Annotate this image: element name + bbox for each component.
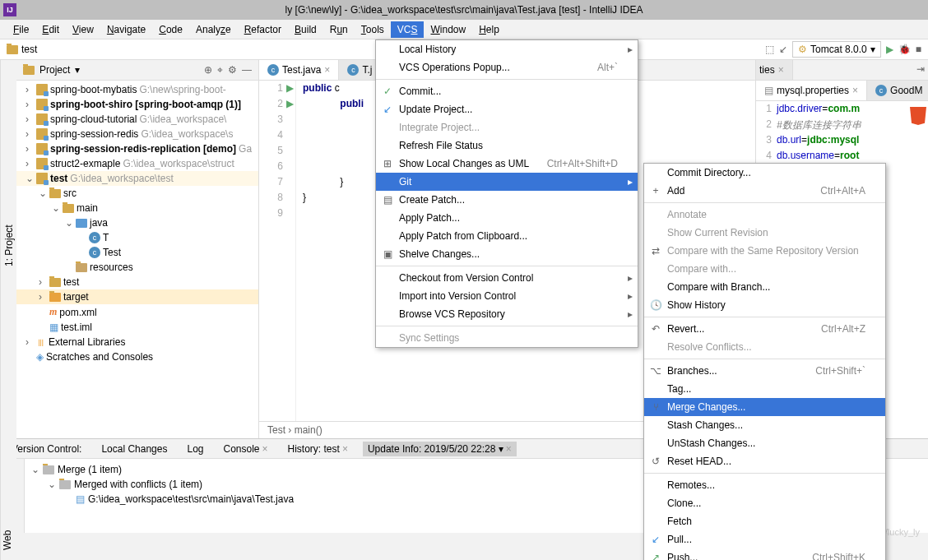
tree-item[interactable]: ▦test.iml [16, 320, 258, 335]
tree-arrow-icon[interactable]: ⌄ [26, 173, 34, 184]
tree-arrow-icon[interactable]: › [26, 158, 34, 169]
menu-item[interactable]: 🕓Show History [644, 296, 885, 314]
tree-item[interactable]: ⌄src [16, 186, 258, 201]
run-button[interactable]: ▶ [886, 44, 893, 55]
tree-arrow-icon[interactable]: › [26, 84, 34, 95]
menu-item[interactable]: Apply Patch from Clipboard... [376, 227, 638, 245]
tree-item[interactable]: ⌄test G:\idea_workspace\test [16, 171, 258, 186]
gear-icon[interactable]: ⚙ [228, 64, 237, 76]
run-gutter-icon[interactable]: ▶ [286, 82, 294, 94]
tree-item[interactable]: ›spring-boot-mybatis G:\new\spring-boot- [16, 82, 258, 97]
close-icon[interactable]: × [342, 443, 348, 455]
tree-item[interactable]: ›test [16, 275, 258, 289]
menu-item[interactable]: ⑂Merge Changes... [644, 398, 885, 416]
menu-run[interactable]: Run [323, 21, 355, 38]
menu-edit[interactable]: Edit [35, 21, 66, 38]
tree-arrow-icon[interactable]: › [26, 143, 34, 155]
tree-arrow-icon[interactable]: › [39, 276, 47, 288]
menu-code[interactable]: Code [152, 21, 189, 38]
editor-tab[interactable]: cGoodM [867, 81, 928, 100]
menu-item[interactable]: ↗Push...Ctrl+Shift+K [644, 548, 885, 560]
tree-arrow-icon[interactable]: › [39, 291, 47, 303]
nav-breadcrumb[interactable]: test [21, 44, 37, 55]
tree-item[interactable]: ›struct2-exmaple G:\idea_workspace\struc… [16, 156, 258, 171]
tree-arrow-icon[interactable]: › [26, 99, 34, 110]
tree-item[interactable]: resources [16, 260, 258, 275]
menu-vcs[interactable]: VCS [391, 21, 425, 38]
tabs-more-icon[interactable]: ⇥ [913, 60, 928, 80]
tree-arrow-icon[interactable]: › [26, 128, 34, 140]
bottom-tab[interactable]: Local Changes [96, 442, 172, 456]
tree-arrow-icon[interactable]: › [26, 113, 34, 125]
close-icon[interactable]: × [324, 64, 330, 76]
nav-back-icon[interactable]: ⬚ [765, 44, 774, 55]
menu-refactor[interactable]: Refactor [238, 21, 288, 38]
menu-item[interactable]: Apply Patch... [376, 209, 638, 227]
close-icon[interactable]: × [262, 443, 268, 455]
menu-item[interactable]: Clone... [644, 494, 885, 512]
debug-button[interactable]: 🐞 [898, 44, 911, 55]
tree-item[interactable]: ›spring-session-redis G:\idea_workspace\… [16, 127, 258, 141]
tree-arrow-icon[interactable]: ⌄ [39, 187, 47, 199]
menu-item[interactable]: Tag... [644, 380, 885, 398]
menu-item[interactable]: ↺Reset HEAD... [644, 452, 885, 470]
menu-item[interactable]: Compare with Branch... [644, 278, 885, 296]
tree-item[interactable]: cTest [16, 245, 258, 260]
tree-arrow-icon[interactable]: ⌄ [31, 464, 39, 475]
bottom-tab[interactable]: Log [182, 442, 208, 456]
editor-tab[interactable]: cTest.java× [259, 60, 339, 80]
collapse-icon[interactable]: ⊕ [204, 64, 212, 76]
run-gutter-icon[interactable]: ▶ [286, 98, 294, 109]
sidebar-web-tab[interactable]: Web [0, 419, 15, 553]
menu-item[interactable]: ↙Pull... [644, 530, 885, 548]
menu-item[interactable]: Stash Changes... [644, 416, 885, 434]
tree-item[interactable]: ◈Scratches and Consoles [16, 349, 258, 364]
menu-item[interactable]: ▤Create Patch... [376, 191, 638, 209]
menu-item[interactable]: Checkout from Version Control▸ [376, 269, 638, 287]
close-icon[interactable]: × [506, 443, 512, 455]
tree-item[interactable]: ›spring-boot-shiro [spring-boot-amqp (1)… [16, 97, 258, 112]
bottom-tab[interactable]: History: test× [283, 442, 353, 456]
menu-item[interactable]: ↶Revert...Ctrl+Alt+Z [644, 320, 885, 338]
tree-item[interactable]: ›spring-session-redis-replication [demo]… [16, 141, 258, 156]
menu-item[interactable]: Import into Version Control▸ [376, 287, 638, 305]
tab-stub[interactable]: ties× [756, 60, 793, 80]
menu-item[interactable]: ▣Shelve Changes... [376, 245, 638, 263]
menu-analyze[interactable]: Analyze [189, 21, 238, 38]
nav-dropdown-icon[interactable]: ↙ [779, 44, 787, 55]
tree-arrow-icon[interactable]: ⌄ [48, 479, 56, 490]
menu-item[interactable]: Fetch [644, 512, 885, 530]
dropdown-icon[interactable]: ▾ [75, 64, 80, 76]
project-tree[interactable]: ›spring-boot-mybatis G:\new\spring-boot-… [16, 81, 258, 438]
menu-item[interactable]: Browse VCS Repository▸ [376, 305, 638, 323]
target-icon[interactable]: ⌖ [217, 64, 223, 76]
tree-item[interactable]: ›⫼External Libraries [16, 335, 258, 349]
menu-item[interactable]: VCS Operations Popup...Alt+` [376, 58, 638, 76]
bottom-tab[interactable]: Update Info: 2019/5/20 22:28 ▾× [363, 442, 517, 456]
tree-item[interactable]: mpom.xml [16, 304, 258, 320]
menu-item[interactable]: Git▸ [376, 173, 638, 191]
tree-item[interactable]: ›spring-cloud-tutorial G:\idea_workspace… [16, 112, 258, 127]
menu-window[interactable]: Window [424, 21, 472, 38]
menu-item[interactable]: Local History▸ [376, 40, 638, 58]
menu-item[interactable]: ↙Update Project... [376, 100, 638, 118]
menu-navigate[interactable]: Navigate [100, 21, 152, 38]
run-configuration[interactable]: ⚙ Tomcat 8.0.0 ▾ [792, 41, 881, 58]
menu-item[interactable]: ✓Commit... [376, 82, 638, 100]
tree-item[interactable]: cT [16, 230, 258, 245]
close-icon[interactable]: × [778, 64, 784, 76]
menu-item[interactable]: ⌥Branches...Ctrl+Shift+` [644, 362, 885, 380]
tree-arrow-icon[interactable]: › [26, 336, 34, 348]
tree-item[interactable]: ⌄java [16, 215, 258, 230]
menu-item[interactable]: +AddCtrl+Alt+A [644, 182, 885, 200]
menu-item[interactable]: Remotes... [644, 476, 885, 494]
menu-file[interactable]: File [7, 21, 35, 38]
menu-tools[interactable]: Tools [355, 21, 391, 38]
tree-arrow-icon[interactable]: ⌄ [52, 202, 60, 214]
tree-item[interactable]: ⌄main [16, 201, 258, 215]
tree-item[interactable]: ›target [16, 289, 258, 304]
tree-arrow-icon[interactable]: ⌄ [65, 217, 73, 229]
menu-item[interactable]: Commit Directory... [644, 164, 885, 182]
stop-button[interactable]: ■ [916, 44, 921, 55]
sidebar-project-tab[interactable]: 1: Project [2, 222, 16, 271]
